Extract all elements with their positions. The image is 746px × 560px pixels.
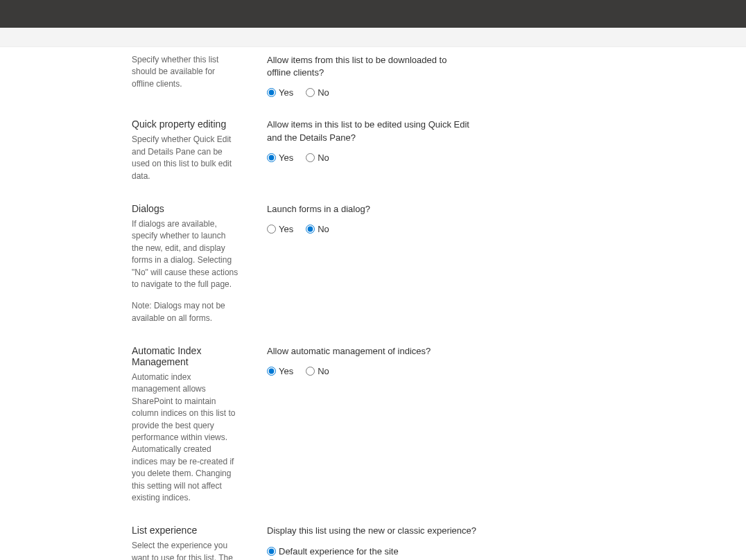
offline-radio-yes-input[interactable] bbox=[267, 88, 276, 97]
offline-section: Specify whether this list should be avai… bbox=[132, 54, 628, 98]
experience-title: List experience bbox=[132, 525, 239, 536]
quickedit-radio-no[interactable]: No bbox=[306, 152, 329, 163]
dialogs-question: Launch forms in a dialog? bbox=[267, 203, 471, 216]
dialogs-note: Note: Dialogs may not be available on al… bbox=[132, 300, 239, 324]
quickedit-section: Quick property editing Specify whether Q… bbox=[132, 119, 628, 182]
quickedit-radio-yes-input[interactable] bbox=[267, 153, 276, 162]
top-app-bar bbox=[0, 0, 746, 28]
settings-content: Specify whether this list should be avai… bbox=[0, 47, 746, 560]
offline-no-label: No bbox=[318, 87, 329, 98]
offline-yes-label: Yes bbox=[279, 87, 293, 98]
dialogs-title: Dialogs bbox=[132, 203, 239, 214]
dialogs-radio-no[interactable]: No bbox=[306, 224, 329, 234]
dialogs-radio-yes-input[interactable] bbox=[267, 225, 276, 234]
experience-radio-default[interactable]: Default experience for the site bbox=[267, 546, 530, 557]
experience-radio-default-input[interactable] bbox=[267, 547, 276, 556]
autoindex-desc: Automatic index management allows ShareP… bbox=[132, 371, 239, 504]
quickedit-desc: Specify whether Quick Edit and Details P… bbox=[132, 134, 239, 182]
dialogs-yes-label: Yes bbox=[279, 224, 293, 234]
autoindex-question: Allow automatic management of indices? bbox=[267, 345, 471, 358]
offline-radio-no-input[interactable] bbox=[306, 88, 315, 97]
offline-question: Allow items from this list to be downloa… bbox=[267, 54, 471, 79]
experience-section: List experience Select the experience yo… bbox=[132, 525, 628, 560]
autoindex-no-label: No bbox=[318, 366, 329, 376]
autoindex-section: Automatic Index Management Automatic ind… bbox=[132, 345, 628, 504]
autoindex-radio-no-input[interactable] bbox=[306, 367, 315, 376]
offline-desc: Specify whether this list should be avai… bbox=[132, 54, 239, 90]
quickedit-radio-yes[interactable]: Yes bbox=[267, 152, 293, 163]
offline-radio-yes[interactable]: Yes bbox=[267, 87, 293, 98]
dialogs-radio-yes[interactable]: Yes bbox=[267, 224, 293, 234]
autoindex-radio-yes-input[interactable] bbox=[267, 367, 276, 376]
autoindex-yes-label: Yes bbox=[279, 366, 293, 376]
dialogs-no-label: No bbox=[318, 224, 329, 234]
experience-question: Display this list using the new or class… bbox=[267, 525, 530, 537]
quickedit-question: Allow items in this list to be edited us… bbox=[267, 119, 471, 143]
quickedit-no-label: No bbox=[318, 152, 329, 163]
dialogs-section: Dialogs If dialogs are available, specif… bbox=[132, 203, 628, 324]
quickedit-yes-label: Yes bbox=[279, 152, 293, 163]
quickedit-radio-no-input[interactable] bbox=[306, 153, 315, 162]
autoindex-radio-yes[interactable]: Yes bbox=[267, 366, 293, 376]
experience-default-label: Default experience for the site bbox=[279, 546, 399, 557]
quickedit-title: Quick property editing bbox=[132, 119, 239, 130]
experience-desc: Select the experience you want to use fo… bbox=[132, 540, 239, 560]
dialogs-radio-no-input[interactable] bbox=[306, 225, 315, 234]
sub-header-bar bbox=[0, 28, 746, 47]
offline-radio-no[interactable]: No bbox=[306, 87, 329, 98]
dialogs-desc: If dialogs are available, specify whethe… bbox=[132, 218, 239, 290]
autoindex-radio-no[interactable]: No bbox=[306, 366, 329, 376]
autoindex-title: Automatic Index Management bbox=[132, 345, 239, 367]
